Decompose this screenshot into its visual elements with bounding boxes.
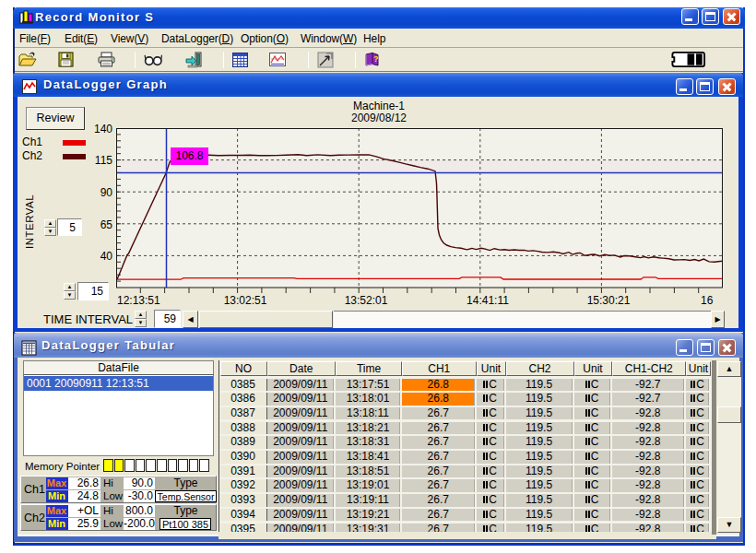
- svg-text:?: ?: [373, 54, 379, 64]
